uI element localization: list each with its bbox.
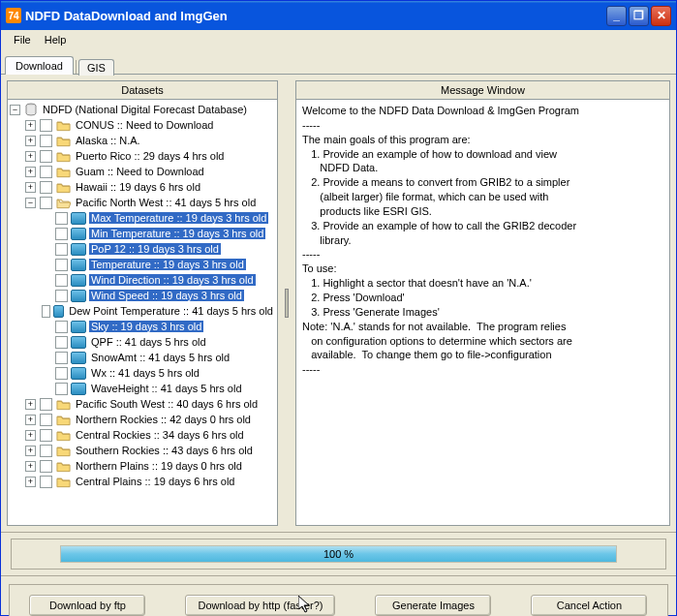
tree-label[interactable]: Min Temperature :: 19 days 3 hrs old — [89, 228, 265, 239]
tree-label[interactable]: QPF :: 41 days 5 hrs old — [89, 336, 208, 348]
checkbox[interactable] — [40, 445, 52, 457]
tree-label[interactable]: Max Temperature :: 19 days 3 hrs old — [89, 212, 268, 224]
checkbox[interactable] — [40, 414, 52, 426]
splitter[interactable] — [284, 80, 290, 526]
tree-item[interactable]: SnowAmt :: 41 days 5 hrs old — [10, 350, 275, 365]
checkbox[interactable] — [55, 321, 68, 333]
tree-folder[interactable]: +Hawaii :: 19 days 6 hrs old — [10, 179, 275, 195]
tree-item[interactable]: Wind Direction :: 19 days 3 hrs old — [10, 272, 275, 288]
maximize-button[interactable]: ❐ — [629, 6, 649, 26]
tree-item[interactable]: Sky :: 19 days 3 hrs old — [10, 319, 275, 334]
tree-item[interactable]: Wx :: 41 days 5 hrs old — [10, 365, 275, 381]
checkbox[interactable] — [40, 181, 52, 194]
tree-item[interactable]: PoP 12 :: 19 days 3 hrs old — [10, 241, 275, 257]
cancel-action-button[interactable]: Cancel Action — [531, 595, 647, 616]
expander-icon[interactable]: + — [25, 167, 36, 177]
tree-label[interactable]: Guam :: Need to Download — [74, 166, 206, 177]
checkbox[interactable] — [40, 135, 52, 147]
tree-item[interactable]: Dew Point Temperature :: 41 days 5 hrs o… — [10, 303, 275, 319]
tree-item[interactable]: Max Temperature :: 19 days 3 hrs old — [10, 210, 275, 226]
tree-folder[interactable]: +Northern Rockies :: 42 days 0 hrs old — [10, 412, 275, 427]
expander-icon[interactable]: − — [10, 105, 20, 115]
expander-icon[interactable]: + — [25, 120, 36, 131]
tree-folder[interactable]: +Guam :: Need to Download — [10, 164, 275, 179]
expander-icon[interactable]: + — [25, 136, 36, 146]
tree-folder[interactable]: +Alaska :: N.A. — [10, 133, 275, 148]
tree-label[interactable]: Southern Rockies :: 43 days 6 hrs old — [74, 445, 255, 456]
title-bar[interactable]: 74 NDFD DataDownload and ImgGen _ ❐ ✕ — [1, 1, 676, 30]
close-button[interactable]: ✕ — [651, 6, 671, 26]
expander-icon[interactable]: + — [25, 461, 36, 472]
checkbox[interactable] — [55, 228, 68, 240]
checkbox[interactable] — [55, 383, 68, 395]
checkbox[interactable] — [55, 243, 68, 256]
tree-label[interactable]: Wind Direction :: 19 days 3 hrs old — [89, 274, 256, 286]
checkbox[interactable] — [55, 274, 68, 287]
tree-label[interactable]: Wx :: 41 days 5 hrs old — [89, 367, 201, 379]
tree-label[interactable]: WaveHeight :: 41 days 5 hrs old — [89, 383, 244, 394]
expander-icon[interactable]: + — [25, 182, 36, 193]
tree-item[interactable]: Min Temperature :: 19 days 3 hrs old — [10, 226, 275, 241]
tree-label[interactable]: NDFD (National Digital Forecast Database… — [41, 104, 249, 115]
tree-folder[interactable]: +Pacific South West :: 40 days 6 hrs old — [10, 396, 275, 412]
tree-folder[interactable]: −Pacific North West :: 41 days 5 hrs old — [10, 195, 275, 210]
checkbox[interactable] — [42, 305, 50, 318]
tree-folder[interactable]: +Southern Rockies :: 43 days 6 hrs old — [10, 443, 275, 458]
tab-download[interactable]: Download — [5, 56, 74, 75]
tab-gis[interactable]: GIS — [78, 59, 114, 76]
checkbox[interactable] — [55, 367, 68, 380]
minimize-button[interactable]: _ — [606, 6, 627, 26]
tree-item[interactable]: QPF :: 41 days 5 hrs old — [10, 334, 275, 350]
tree-label[interactable]: Temperature :: 19 days 3 hrs old — [89, 259, 246, 270]
tree-label[interactable]: Pacific South West :: 40 days 6 hrs old — [74, 398, 260, 410]
menu-help[interactable]: Help — [38, 32, 74, 47]
expander-icon[interactable]: + — [25, 477, 36, 487]
tree-label[interactable]: SnowAmt :: 41 days 5 hrs old — [89, 352, 231, 363]
tree-label[interactable]: CONUS :: Need to Download — [74, 119, 215, 131]
expander-icon[interactable]: − — [25, 198, 36, 208]
menu-file[interactable]: File — [7, 32, 38, 47]
tree-label[interactable]: Hawaii :: 19 days 6 hrs old — [74, 181, 202, 193]
checkbox[interactable] — [40, 398, 52, 411]
checkbox[interactable] — [55, 259, 68, 271]
tree-folder[interactable]: +Puerto Rico :: 29 days 4 hrs old — [10, 148, 275, 164]
tree-label[interactable]: Wind Speed :: 19 days 3 hrs old — [89, 290, 244, 301]
tree-item[interactable]: Temperature :: 19 days 3 hrs old — [10, 257, 275, 272]
expander-icon[interactable]: + — [25, 415, 36, 425]
tree-item[interactable]: WaveHeight :: 41 days 5 hrs old — [10, 381, 275, 396]
expander-icon[interactable]: + — [25, 399, 36, 410]
tree-root[interactable]: −NDFD (National Digital Forecast Databas… — [10, 102, 275, 117]
tree-label[interactable]: Sky :: 19 days 3 hrs old — [89, 321, 203, 332]
checkbox[interactable] — [55, 290, 68, 302]
tree-label[interactable]: Alaska :: N.A. — [74, 135, 142, 146]
datasets-tree[interactable]: −NDFD (National Digital Forecast Databas… — [8, 100, 277, 525]
checkbox[interactable] — [40, 197, 52, 209]
expander-icon[interactable]: + — [25, 151, 36, 162]
tree-folder[interactable]: +Central Rockies :: 34 days 6 hrs old — [10, 427, 275, 443]
download-ftp-button[interactable]: Download by ftp — [29, 595, 145, 616]
checkbox[interactable] — [40, 150, 52, 163]
checkbox[interactable] — [40, 119, 52, 132]
tree-label[interactable]: Puerto Rico :: 29 days 4 hrs old — [74, 150, 226, 162]
generate-images-button[interactable]: Generate Images — [375, 595, 491, 616]
tree-label[interactable]: PoP 12 :: 19 days 3 hrs old — [89, 243, 221, 255]
expander-icon[interactable]: + — [25, 430, 36, 441]
checkbox[interactable] — [55, 352, 68, 364]
checkbox[interactable] — [40, 166, 52, 178]
tree-label[interactable]: Northern Plains :: 19 days 0 hrs old — [74, 460, 244, 472]
tree-label[interactable]: Northern Rockies :: 42 days 0 hrs old — [74, 414, 253, 425]
download-http-button[interactable]: Download by http (faster?) — [185, 595, 335, 616]
expander-icon[interactable]: + — [25, 446, 36, 456]
checkbox[interactable] — [40, 429, 52, 442]
checkbox[interactable] — [55, 336, 68, 349]
tree-label[interactable]: Central Rockies :: 34 days 6 hrs old — [74, 429, 246, 441]
checkbox[interactable] — [40, 476, 52, 488]
tree-folder[interactable]: +Northern Plains :: 19 days 0 hrs old — [10, 458, 275, 474]
tree-folder[interactable]: +Central Plains :: 19 days 6 hrs old — [10, 474, 275, 489]
checkbox[interactable] — [40, 460, 52, 473]
tree-label[interactable]: Pacific North West :: 41 days 5 hrs old — [74, 197, 258, 208]
tree-folder[interactable]: +CONUS :: Need to Download — [10, 117, 275, 133]
tree-label[interactable]: Central Plains :: 19 days 6 hrs old — [74, 476, 236, 487]
tree-label[interactable]: Dew Point Temperature :: 41 days 5 hrs o… — [67, 305, 275, 317]
checkbox[interactable] — [55, 212, 68, 225]
